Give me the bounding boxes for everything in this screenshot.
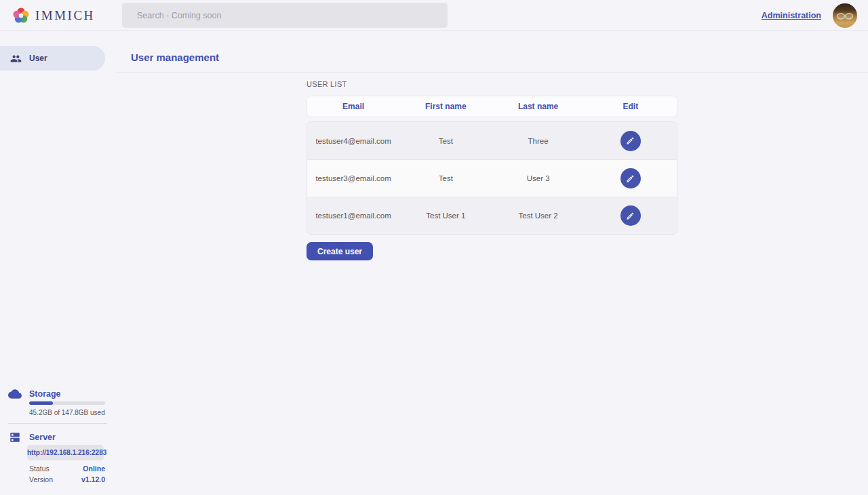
server-status-row: Status Online (29, 464, 105, 473)
status-value: Online (83, 464, 105, 473)
storage-progress-bar (29, 401, 105, 405)
users-icon (10, 53, 22, 64)
column-header-last-name: Last name (492, 102, 585, 111)
user-table-header: Email First name Last name Edit (307, 96, 677, 117)
cell-last-name: User 3 (492, 174, 585, 182)
page-title: User management (131, 52, 219, 63)
server-title: Server (29, 433, 56, 442)
navbar-right-group: Administration (762, 0, 857, 31)
cell-email: testuser4@email.com (307, 137, 399, 145)
table-row: testuser3@email.com Test User 3 (307, 159, 677, 197)
cell-last-name: Three (492, 137, 585, 145)
immich-logo[interactable]: IMMICH (12, 0, 95, 31)
column-header-first-name: First name (399, 102, 492, 111)
version-label: Version (29, 475, 53, 483)
pencil-icon (626, 174, 635, 183)
cell-email: testuser1@email.com (307, 212, 399, 220)
storage-title: Storage (29, 389, 61, 399)
cell-first-name: Test User 1 (399, 212, 492, 220)
column-header-edit: Edit (585, 102, 677, 111)
user-table-body: testuser4@email.com Test Three testuser3… (307, 121, 677, 235)
top-navbar: IMMICH Administration (0, 0, 868, 31)
server-icon (9, 431, 21, 446)
table-row: testuser1@email.com Test User 1 Test Use… (307, 197, 677, 234)
server-url-chip: http://192.168.1.216:2283 (27, 445, 104, 460)
sidebar-divider (8, 423, 107, 424)
edit-user-button[interactable] (620, 205, 641, 226)
storage-progress-fill (29, 401, 53, 405)
administration-link[interactable]: Administration (762, 11, 821, 20)
search-input[interactable] (122, 3, 448, 28)
sidebar-item-label: User (29, 54, 47, 63)
column-header-email: Email (307, 102, 399, 111)
server-version-row: Version v1.12.0 (29, 475, 105, 483)
cell-last-name: Test User 2 (492, 212, 585, 220)
storage-usage-text: 45.2GB of 147.8GB used (29, 409, 105, 416)
table-row: testuser4@email.com Test Three (307, 122, 677, 159)
cell-first-name: Test (399, 137, 492, 145)
title-divider (116, 72, 868, 73)
immich-flower-icon (12, 7, 30, 24)
user-avatar[interactable] (833, 3, 857, 28)
cloud-icon (8, 387, 22, 403)
cell-email: testuser3@email.com (307, 174, 399, 182)
pencil-icon (626, 136, 635, 145)
edit-user-button[interactable] (620, 131, 641, 151)
edit-user-button[interactable] (620, 168, 641, 189)
pencil-icon (626, 212, 635, 220)
cell-first-name: Test (399, 174, 492, 182)
immich-admin-page: IMMICH Administration User Sto (0, 0, 868, 495)
app-title: IMMICH (35, 8, 95, 23)
status-label: Status (29, 464, 50, 473)
version-value: v1.12.0 (81, 475, 105, 483)
sidebar-item-user[interactable]: User (0, 46, 105, 71)
user-list-label: USER LIST (307, 80, 347, 88)
create-user-button[interactable]: Create user (307, 242, 373, 260)
glasses-icon (835, 12, 854, 20)
